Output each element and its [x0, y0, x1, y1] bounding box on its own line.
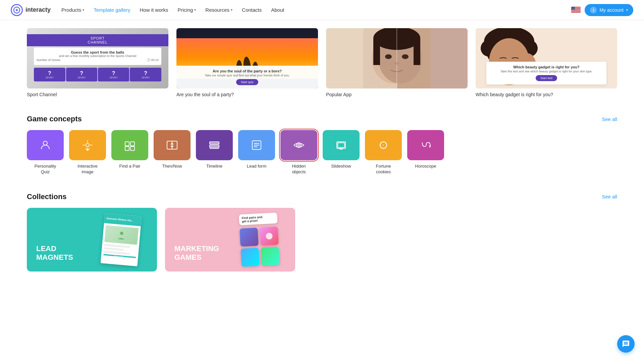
magazine-mock: Summer fitness ma... [101, 213, 142, 266]
featured-card-beauty[interactable]: Which beauty gadget is right for you? Ta… [476, 28, 617, 97]
party-start-button[interactable]: Start quiz [236, 79, 258, 85]
svg-rect-14 [571, 10, 581, 11]
svg-rect-46 [130, 142, 135, 146]
nav-link-resources[interactable]: Resources ▾ [205, 7, 232, 13]
collections-title: Collections [27, 192, 67, 201]
game-label-hidden-objects: Hiddenobjects [292, 164, 306, 175]
sport-grid: ? SPORT ? SPORT ? SPORT ? [34, 66, 161, 83]
info-icon: i [590, 7, 597, 13]
nav-links: Products ▾ Template gallery How it works… [61, 7, 284, 13]
collection-marketing-games-deco: Find pairs andget a prize! [224, 208, 295, 272]
logo[interactable]: interacty [11, 4, 51, 16]
navbar-right: ★★★★★★ ★★★★★ ★★★★★★ ★★★★★ i My account ▾ [571, 4, 633, 16]
game-icon-slideshow [323, 130, 360, 160]
game-icon-interactive-image [69, 130, 106, 160]
featured-card-sport[interactable]: SPORT channel Guess the sport from the b… [27, 28, 168, 97]
collection-lead-magnets[interactable]: LEADMAGNETS Summer fitness ma... [27, 208, 157, 272]
svg-rect-63 [338, 143, 344, 147]
nav-link-template-gallery[interactable]: Template gallery [94, 7, 130, 13]
game-icon-hidden-objects [280, 130, 317, 160]
game-label-personality-quiz: PersonalityQuiz [35, 164, 56, 175]
collection-lead-magnets-deco: Summer fitness ma... [86, 208, 157, 272]
beauty-overlay: Which beauty gadget is right for you? Ta… [486, 62, 607, 84]
game-concepts-see-all[interactable]: See all [602, 116, 617, 122]
main-content: SPORT channel Guess the sport from the b… [0, 20, 644, 282]
game-item-hidden-objects[interactable]: Hiddenobjects [280, 130, 317, 175]
svg-point-75 [120, 231, 124, 235]
game-item-lead-form[interactable]: Lead form [238, 130, 275, 175]
featured-card-popular[interactable]: Popular App [326, 28, 468, 97]
nav-link-how-it-works[interactable]: How it works [140, 7, 168, 13]
logo-text: interacty [25, 6, 51, 13]
game-item-then-now[interactable]: Then/Now [154, 130, 191, 175]
featured-card-beauty-title: Which beauty gadget is right for you? [476, 92, 617, 97]
featured-card-party-img: Are you the soul of the party or a bore?… [176, 28, 318, 88]
chevron-down-icon: ▾ [626, 8, 628, 12]
nav-link-about[interactable]: About [271, 7, 284, 13]
featured-card-party[interactable]: Are you the soul of the party or a bore?… [176, 28, 318, 97]
game-icon-then-now [154, 130, 191, 160]
chevron-down-icon: ▾ [83, 8, 84, 12]
game-mock-card [239, 228, 259, 247]
featured-card-party-title: Are you the soul of a party? [176, 92, 318, 97]
svg-rect-48 [130, 146, 135, 150]
svg-point-5 [19, 9, 20, 10]
nav-link-products[interactable]: Products ▾ [61, 7, 84, 13]
game-mock-card [241, 248, 260, 267]
nav-link-pricing[interactable]: Pricing ▾ [177, 7, 196, 13]
game-item-slideshow[interactable]: Slideshow [323, 130, 360, 175]
svg-point-3 [16, 12, 17, 13]
game-icon-fortune-cookies: ? [365, 130, 402, 160]
svg-rect-30 [414, 38, 420, 65]
svg-line-73 [381, 147, 381, 147]
svg-rect-18 [571, 12, 581, 12]
game-grid: PersonalityQuiz Interactiveimage [27, 130, 617, 175]
sport-tile: ? SPORT [66, 68, 97, 81]
svg-point-1 [16, 9, 18, 11]
game-item-fortune-cookies[interactable]: ? Fortunecookies [365, 130, 402, 175]
game-item-interactive-image[interactable]: Interactiveimage [69, 130, 106, 175]
collections-see-all[interactable]: See all [602, 194, 617, 199]
navbar: interacty Products ▾ Template gallery Ho… [0, 0, 644, 20]
featured-card-popular-img [326, 28, 468, 88]
game-icon-lead-form [238, 130, 275, 160]
featured-card-beauty-img: Which beauty gadget is right for you? Ta… [476, 28, 617, 88]
game-concepts-title: Game concepts [27, 115, 82, 123]
svg-line-72 [385, 143, 386, 143]
collection-lead-magnets-text: LEADMAGNETS [36, 244, 73, 262]
language-flag[interactable]: ★★★★★★ ★★★★★ ★★★★★★ ★★★★★ [571, 7, 581, 13]
beauty-start-button[interactable]: Start test [536, 75, 557, 81]
svg-point-4 [13, 9, 14, 10]
svg-point-32 [402, 54, 409, 59]
svg-rect-15 [571, 11, 581, 11]
game-item-horoscope[interactable]: Horoscope [407, 130, 444, 175]
game-label-horoscope: Horoscope [415, 164, 436, 169]
collection-marketing-games[interactable]: MARKETINGGAMES Find pairs andget a prize… [165, 208, 295, 272]
sport-tile: ? SPORT [130, 68, 161, 81]
my-account-button[interactable]: i My account ▾ [585, 4, 633, 16]
game-label-timeline: Timeline [206, 164, 223, 169]
chevron-down-icon: ▾ [194, 8, 196, 12]
collections-section: Collections See all LEADMAGNETS Summer f… [27, 186, 617, 282]
svg-text:?: ? [382, 144, 384, 147]
featured-card-sport-img: SPORT channel Guess the sport from the b… [27, 28, 168, 88]
featured-row: SPORT channel Guess the sport from the b… [27, 20, 617, 108]
svg-point-44 [86, 143, 89, 147]
beauty-portrait-bg: Which beauty gadget is right for you? Ta… [476, 28, 617, 88]
svg-rect-17 [571, 12, 581, 12]
sport-tile: ? SPORT [34, 68, 65, 81]
featured-card-sport-title: Sport Channel [27, 92, 168, 97]
game-concepts-section: Game concepts See all PersonalityQuiz [27, 108, 617, 186]
game-label-interactive-image: Interactiveimage [77, 164, 98, 175]
svg-rect-29 [373, 38, 380, 65]
sport-content: Guess the sport from the balls and win a… [34, 48, 161, 65]
game-mock-card [261, 247, 280, 266]
game-item-find-pair[interactable]: Find a Pair [111, 130, 148, 175]
game-item-timeline[interactable]: Timeline [196, 130, 233, 175]
nav-link-contacts[interactable]: Contacts [242, 7, 262, 13]
logo-icon [11, 4, 23, 16]
chevron-down-icon: ▾ [231, 8, 232, 12]
game-item-personality-quiz[interactable]: PersonalityQuiz [27, 130, 64, 175]
svg-point-61 [298, 144, 300, 146]
sport-banner: SPORT channel [27, 34, 168, 46]
